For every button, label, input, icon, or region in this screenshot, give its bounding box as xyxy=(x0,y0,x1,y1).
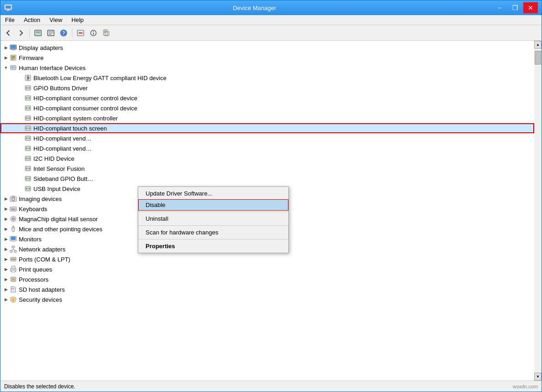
help-button[interactable]: ? xyxy=(58,27,70,39)
sensor-icon xyxy=(10,215,17,223)
status-bar: Disables the selected device. wsxdn.com xyxy=(0,381,542,392)
ctx-properties[interactable]: Properties xyxy=(138,240,288,252)
back-button[interactable] xyxy=(2,27,14,39)
expand-icon: ▶ xyxy=(2,245,10,253)
monitor-icon xyxy=(10,44,17,51)
ctx-uninstall[interactable]: Uninstall xyxy=(138,213,288,224)
expand-icon xyxy=(17,104,24,112)
expand-icon: ▼ xyxy=(2,64,10,71)
svg-point-38 xyxy=(26,97,27,99)
svg-rect-82 xyxy=(12,246,15,248)
svg-rect-83 xyxy=(10,250,12,252)
forward-button[interactable] xyxy=(15,27,27,39)
toolbar: ? xyxy=(0,25,542,41)
svg-rect-1 xyxy=(5,5,11,9)
menu-action[interactable]: Action xyxy=(19,15,45,25)
expand-icon: ▶ xyxy=(2,286,10,293)
ctx-separator1 xyxy=(138,212,288,212)
svg-rect-3 xyxy=(6,11,11,11)
cpu-icon xyxy=(10,276,17,283)
svg-rect-2 xyxy=(7,10,10,11)
tree-item-display-adapters[interactable]: ▶ Display adapters xyxy=(0,43,534,53)
item-label: Ports (COM & LPT) xyxy=(19,256,70,263)
svg-point-44 xyxy=(26,117,27,119)
ctx-separator3 xyxy=(138,239,288,240)
expand-icon xyxy=(17,165,24,172)
tree-item-gpio-buttons[interactable]: GPIO Buttons Driver xyxy=(0,83,534,93)
scroll-up-arrow[interactable]: ▲ xyxy=(534,41,542,49)
properties-button[interactable] xyxy=(87,27,99,39)
tree-item-hid[interactable]: ▼ Human Interface Devices xyxy=(0,63,534,73)
tree-item-hid-vendor1[interactable]: HID-compliant vend… xyxy=(0,133,534,143)
tree-item-hid-touch[interactable]: HID-compliant touch screen xyxy=(0,123,534,133)
svg-rect-18 xyxy=(103,30,108,35)
svg-text:?: ? xyxy=(62,31,65,36)
context-menu: Update Driver Software... Disable Uninst… xyxy=(138,186,289,253)
menu-file[interactable]: File xyxy=(0,15,19,25)
tree-item-processors[interactable]: ▶ Processors xyxy=(0,274,534,284)
device-icon xyxy=(24,155,32,162)
tree-item-hid-vendor2[interactable]: HID-compliant vend… xyxy=(0,143,534,153)
item-label: HID-compliant vend… xyxy=(33,135,92,142)
tree-item-hid-system[interactable]: HID-compliant system controller xyxy=(0,113,534,123)
svg-point-91 xyxy=(14,259,16,260)
scrollbar-right[interactable]: ▲ ▼ xyxy=(534,41,542,381)
tree-panel[interactable]: ▶ Display adapters ▶ Firmware ▼ xyxy=(0,41,534,381)
device-icon xyxy=(24,165,32,172)
tree-item-i2c-hid[interactable]: I2C HID Device xyxy=(0,153,534,163)
scan-button[interactable] xyxy=(100,27,112,39)
expand-icon xyxy=(17,74,24,82)
expand-icon: ▶ xyxy=(2,266,10,273)
svg-point-50 xyxy=(26,137,27,139)
tree-item-intel-sensor[interactable]: Intel Sensor Fusion xyxy=(0,163,534,174)
menu-help[interactable]: Help xyxy=(67,15,88,25)
tree-item-hid-consumer1[interactable]: HID-compliant consumer control device xyxy=(0,93,534,103)
item-label: Display adapters xyxy=(19,44,63,51)
tree-item-ports[interactable]: ▶ Ports (COM & LPT) xyxy=(0,254,534,264)
svg-rect-71 xyxy=(11,208,12,209)
svg-point-62 xyxy=(26,178,27,180)
item-label: HID-compliant system controller xyxy=(33,115,118,122)
scroll-thumb[interactable] xyxy=(535,51,541,65)
svg-rect-81 xyxy=(12,241,15,242)
tree-item-sd[interactable]: ▶ SD host adapters xyxy=(0,284,534,294)
svg-rect-73 xyxy=(14,208,15,209)
ctx-separator2 xyxy=(138,225,288,226)
svg-point-42 xyxy=(28,107,30,109)
svg-rect-27 xyxy=(11,57,15,58)
tree-item-print[interactable]: ▶ Print queues xyxy=(0,264,534,274)
tree-item-hid-consumer2[interactable]: HID-compliant consumer control device xyxy=(0,103,534,113)
tree-item-sideband[interactable]: Sideband GPIO Butt… xyxy=(0,174,534,184)
scroll-track[interactable] xyxy=(534,49,542,373)
svg-rect-24 xyxy=(12,49,15,50)
expand-icon: ▶ xyxy=(2,205,10,212)
close-button[interactable]: ✕ xyxy=(523,2,538,13)
tree-item-security[interactable]: ▶ Security devices xyxy=(0,294,534,305)
expand-icon xyxy=(17,94,24,102)
restore-button[interactable]: ❐ xyxy=(508,2,522,13)
ctx-update-driver[interactable]: Update Driver Software... xyxy=(138,188,288,199)
menu-view[interactable]: View xyxy=(45,15,67,25)
device-icon xyxy=(24,94,32,102)
ctx-disable[interactable]: Disable xyxy=(138,199,288,211)
update-driver-button[interactable] xyxy=(45,27,57,39)
svg-point-36 xyxy=(28,87,30,89)
ctx-scan[interactable]: Scan for hardware changes xyxy=(138,227,288,238)
device-props-button[interactable] xyxy=(32,27,44,39)
hid-icon xyxy=(10,64,17,71)
svg-point-66 xyxy=(28,188,30,190)
firmware-icon xyxy=(10,54,17,61)
item-label: HID-compliant vend… xyxy=(33,145,92,152)
scroll-down-arrow[interactable]: ▼ xyxy=(534,373,542,381)
svg-point-65 xyxy=(26,188,27,190)
uninstall-button[interactable] xyxy=(75,27,87,39)
item-label: Processors xyxy=(19,276,49,283)
svg-point-48 xyxy=(28,127,30,129)
tree-item-firmware[interactable]: ▶ Firmware xyxy=(0,53,534,63)
item-label: Mice and other pointing devices xyxy=(19,226,103,233)
svg-rect-28 xyxy=(11,59,14,60)
item-label: Network adapters xyxy=(19,246,65,253)
minimize-button[interactable]: − xyxy=(492,2,507,13)
tree-item-bluetooth-hid[interactable]: Bluetooth Low Energy GATT compliant HID … xyxy=(0,73,534,83)
svg-rect-94 xyxy=(11,270,15,272)
